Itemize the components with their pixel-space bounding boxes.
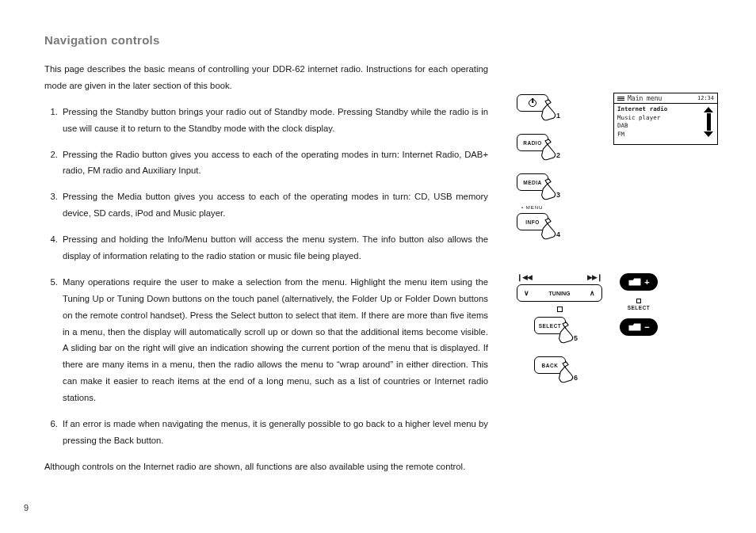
instruction-item: Pressing the Radio button gives you acce… <box>60 147 488 180</box>
lcd-time: 12:34 <box>697 95 714 101</box>
lcd-item: DAB <box>617 122 714 131</box>
skip-prev-icon: ❙◀◀ <box>517 273 532 281</box>
select-label: SELECT <box>628 305 651 310</box>
lcd-item: Music player <box>617 114 714 123</box>
plus-icon: + <box>644 278 649 287</box>
instruction-item: Many operations require the user to make… <box>60 274 488 406</box>
lcd-item-selected: Internet radio <box>617 105 714 114</box>
tuning-bar: ∨ TUNING ∧ <box>517 284 602 302</box>
folder-icon <box>628 322 642 332</box>
figure-number: 4 <box>556 230 560 238</box>
radio-button-figure: RADIO 2 <box>517 134 567 161</box>
instruction-item: If an error is made when navigating the … <box>60 416 488 449</box>
lcd-scroll-indicator <box>704 107 713 137</box>
back-button-figure: BACK 6 <box>534 356 585 383</box>
select-button-figure: SELECT 5 <box>534 317 585 344</box>
power-icon <box>529 99 536 107</box>
stop-icon <box>557 306 563 312</box>
folder-down-button: − <box>620 318 658 336</box>
hand-icon <box>555 322 583 347</box>
standby-button-figure: 1 <box>517 94 567 121</box>
instruction-item: Pressing the Media button gives you acce… <box>60 188 488 222</box>
menu-sublabel: • MENU <box>521 205 543 210</box>
body-text: This page describes the basic means of c… <box>44 61 488 485</box>
intro-paragraph: This page describes the basic means of c… <box>44 61 488 94</box>
skip-next-icon: ▶▶❙ <box>587 273 602 281</box>
instruction-list: Pressing the Standby button brings your … <box>44 104 488 449</box>
tuning-up-icon: ∧ <box>590 289 595 297</box>
tuning-label: TUNING <box>549 291 571 296</box>
media-button-figure: MEDIA 3 <box>517 173 567 200</box>
hand-icon <box>537 178 566 204</box>
folder-select-figure: + SELECT − <box>620 273 658 336</box>
page-number: 9 <box>24 503 29 512</box>
tuning-down-icon: ∨ <box>524 289 529 297</box>
tuning-figure: ❙◀◀ ▶▶❙ ∨ TUNING ∧ SELECT 5 BACK 6 <box>512 273 607 383</box>
hand-icon <box>555 361 583 386</box>
outro-paragraph: Although controls on the Internet radio … <box>44 459 488 475</box>
menu-icon <box>617 96 624 101</box>
info-button-figure: • MENU INFO 4 <box>517 213 567 240</box>
stop-icon <box>636 299 641 303</box>
hand-icon <box>537 139 566 164</box>
folder-icon <box>628 277 642 287</box>
section-title: Navigation controls <box>44 33 718 47</box>
instruction-item: Pressing the Standby button brings your … <box>60 104 488 137</box>
minus-icon: − <box>644 323 649 332</box>
folder-up-button: + <box>620 273 658 291</box>
lcd-main-menu: Main menu 12:34 Internet radio Music pla… <box>613 93 718 145</box>
figure-number: 6 <box>574 374 578 382</box>
figure-number: 3 <box>556 191 560 199</box>
figure-number: 1 <box>556 112 560 120</box>
figure-number: 5 <box>574 334 578 342</box>
lcd-title: Main menu <box>628 95 694 102</box>
lcd-item: FM <box>617 131 714 139</box>
hand-icon <box>537 218 566 243</box>
figure-number: 2 <box>556 151 560 159</box>
hand-icon <box>537 99 566 124</box>
instruction-item: Pressing and holding the Info/Menu butto… <box>60 231 488 265</box>
figure-column: Main menu 12:34 Internet radio Music pla… <box>512 61 718 485</box>
